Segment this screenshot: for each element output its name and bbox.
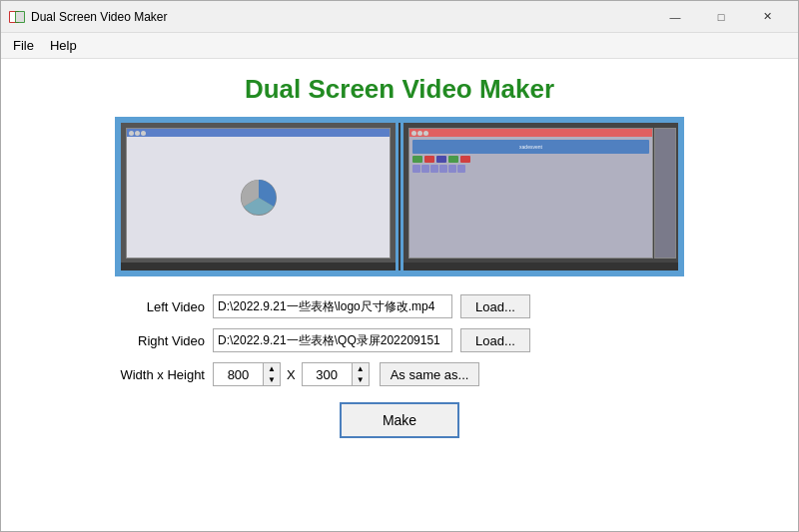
app-icon — [9, 9, 25, 25]
left-screen-preview — [121, 123, 396, 270]
right-screen-preview: xadesvent — [403, 123, 678, 270]
menu-help[interactable]: Help — [42, 35, 85, 56]
window-controls: — □ ✕ — [652, 1, 790, 33]
width-spinner: ▲ ▼ — [213, 362, 281, 386]
left-load-button[interactable]: Load... — [460, 294, 530, 318]
right-video-row: Right Video Load... — [115, 328, 684, 352]
same-as-button[interactable]: As same as... — [380, 362, 480, 386]
app-title: Dual Screen Video Maker — [245, 74, 554, 105]
form-area: Left Video Load... Right Video Load... W… — [115, 294, 684, 438]
menu-file[interactable]: File — [5, 35, 42, 56]
close-button[interactable]: ✕ — [744, 1, 790, 33]
size-row: Width x Height ▲ ▼ X ▲ ▼ As same a — [115, 362, 684, 386]
left-video-input[interactable] — [213, 294, 452, 318]
preview-divider — [399, 123, 400, 270]
left-video-row: Left Video Load... — [115, 294, 684, 318]
size-separator: X — [287, 367, 296, 382]
svg-rect-3 — [16, 12, 24, 22]
height-input[interactable] — [303, 363, 353, 385]
preview-container: xadesvent — [115, 117, 684, 276]
main-window: Dual Screen Video Maker — □ ✕ File Help … — [0, 0, 799, 532]
right-load-button[interactable]: Load... — [460, 328, 530, 352]
menu-bar: File Help — [1, 33, 798, 59]
width-down-button[interactable]: ▼ — [264, 374, 280, 385]
size-label: Width x Height — [115, 367, 205, 382]
minimize-button[interactable]: — — [652, 1, 698, 33]
maximize-button[interactable]: □ — [698, 1, 744, 33]
right-video-label: Right Video — [115, 333, 205, 348]
width-up-button[interactable]: ▲ — [264, 363, 280, 374]
height-spinner-btns: ▲ ▼ — [353, 363, 369, 385]
right-video-input[interactable] — [213, 328, 452, 352]
height-up-button[interactable]: ▲ — [353, 363, 369, 374]
width-spinner-btns: ▲ ▼ — [264, 363, 280, 385]
content-area: Dual Screen Video Maker — [1, 59, 798, 531]
make-button[interactable]: Make — [340, 402, 459, 438]
width-input[interactable] — [214, 363, 264, 385]
height-spinner: ▲ ▼ — [302, 362, 370, 386]
left-video-label: Left Video — [115, 299, 205, 314]
height-down-button[interactable]: ▼ — [353, 374, 369, 385]
title-bar: Dual Screen Video Maker — □ ✕ — [1, 1, 798, 33]
window-title: Dual Screen Video Maker — [31, 10, 652, 24]
make-button-row: Make — [115, 402, 684, 438]
